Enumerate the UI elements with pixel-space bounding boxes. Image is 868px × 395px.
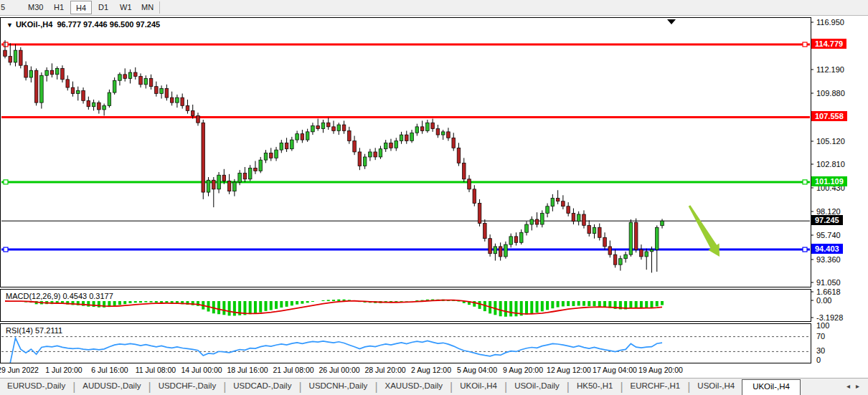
candle-bear — [420, 127, 424, 131]
chart-tab-eurchf-h1[interactable]: EURCHF-,H1 — [623, 379, 688, 390]
symbol-name: UKOil-,H4 — [16, 20, 52, 29]
timeframe-button-mn[interactable]: MN — [136, 1, 159, 14]
price-tick — [811, 282, 813, 283]
chart-tab-ukoil-h4-active[interactable]: UKOil-,H4 — [742, 379, 801, 395]
candle-bear — [316, 125, 320, 128]
candle-bear — [98, 103, 101, 110]
candle-bear — [457, 148, 461, 163]
tab-scroll-left-icon[interactable]: ◂ — [846, 382, 856, 390]
time-axis-label[interactable]: 18 Jul 16:00 — [227, 366, 268, 374]
macd-tick — [811, 300, 813, 301]
time-axis-label[interactable]: 11 Jul 08:00 — [136, 366, 176, 374]
candle-bull — [494, 247, 497, 254]
timeframe-button-h4[interactable]: H4 — [70, 1, 92, 14]
candle-bull — [629, 222, 633, 254]
macd-panel[interactable] — [0, 289, 811, 322]
candle-bear — [227, 181, 231, 191]
time-axis-label[interactable]: 6 Jul 16:00 — [91, 366, 128, 374]
level-handle[interactable] — [803, 180, 807, 184]
candle-bull — [311, 125, 315, 131]
timeframe-button-w1[interactable]: W1 — [115, 1, 137, 14]
price-tick — [811, 235, 813, 236]
time-axis-label[interactable]: 29 Jun 2022 — [0, 366, 39, 374]
candle-bull — [415, 127, 419, 133]
candle-bear — [181, 97, 184, 105]
macd-tick-label: 1.6618 — [816, 287, 841, 296]
time-axis[interactable]: 29 Jun 20221 Jul 20:006 Jul 16:0011 Jul … — [0, 363, 811, 378]
candle-bull — [530, 219, 534, 224]
price-tick-label: 98.120 — [816, 207, 841, 216]
candle-bear — [489, 239, 492, 254]
time-axis-label[interactable]: 26 Jul 00:00 — [319, 366, 359, 374]
time-axis-label[interactable]: 1 Jul 20:00 — [45, 366, 82, 374]
time-axis-label[interactable]: 5 Aug 04:00 — [457, 366, 497, 374]
level-handle[interactable] — [4, 247, 8, 252]
price-tick-label: 95.740 — [816, 231, 841, 239]
rsi-value: 57.2111 — [35, 326, 62, 335]
time-axis-label[interactable]: 12 Aug 12:00 — [547, 366, 591, 374]
price-axis[interactable]: 116.950112.190109.880105.120102.810100.4… — [813, 17, 868, 363]
chart-tab-ukoil-h4[interactable]: UKOil-,H4 — [453, 379, 504, 390]
chart-tab-xauusd-daily[interactable]: XAUUSD-,Daily — [378, 379, 450, 390]
price-tick — [811, 92, 813, 93]
candle-bear — [170, 97, 174, 103]
time-axis-label[interactable]: 19 Aug 20:00 — [638, 366, 683, 374]
price-tick — [811, 70, 813, 70]
candle-bull — [275, 150, 278, 158]
candle-bull — [217, 175, 221, 189]
chart-tab-audusd-daily[interactable]: AUDUSD-,Daily — [75, 379, 148, 390]
timeframe-button-m30[interactable]: M30 — [23, 1, 48, 14]
price-tick — [811, 188, 813, 189]
candle-bear — [468, 179, 471, 189]
price-tick-label: 93.360 — [816, 255, 841, 264]
level-handle[interactable] — [803, 42, 807, 47]
tab-scroll-right-icon[interactable]: ▸ — [856, 382, 865, 390]
candle-bear — [473, 189, 476, 204]
candle-bear — [202, 123, 205, 192]
price-tick-label: 109.880 — [816, 89, 845, 97]
level-price-label: 101.109 — [811, 176, 847, 186]
chart-tab-usoil-h4[interactable]: USOil-,H4 — [690, 379, 742, 390]
level-handle[interactable] — [803, 247, 807, 252]
candle-bear — [613, 254, 617, 265]
candle-bull — [661, 221, 664, 226]
time-axis-label[interactable]: 28 Jul 20:00 — [364, 366, 405, 374]
price-chart-panel[interactable] — [0, 17, 811, 287]
rsi-tick-label: 100 — [816, 321, 829, 330]
macd-tick — [811, 318, 813, 318]
candle-bull — [504, 244, 508, 257]
candle-bull — [108, 92, 111, 105]
chart-tab-hk50-h1[interactable]: HK50-,H1 — [570, 379, 621, 390]
chart-tab-usdcnh-daily[interactable]: USDCNH-,Daily — [302, 379, 375, 390]
timeframe-button-5[interactable]: 5 — [0, 1, 10, 14]
time-axis-label[interactable]: 9 Aug 20:00 — [503, 366, 543, 374]
time-axis-label[interactable]: 17 Aug 04:00 — [593, 366, 637, 374]
level-handle[interactable] — [4, 42, 8, 47]
candle-bear — [301, 134, 304, 140]
timeframe-button-d1[interactable]: D1 — [93, 1, 113, 14]
candle-bear — [436, 129, 440, 135]
symbol-dropdown-icon[interactable]: ▼ — [6, 22, 13, 29]
ohlc-quote: 96.777 97.446 96.500 97.245 — [57, 20, 160, 29]
candle-bear — [390, 143, 393, 148]
chart-tab-eurusd-daily[interactable]: EURUSD-,Daily — [0, 379, 72, 390]
timeframe-toolbar: 5M30H1H4D1W1MN — [0, 0, 868, 16]
candle-bull — [369, 152, 372, 157]
candle-bull — [248, 168, 252, 179]
time-axis-label[interactable]: 2 Aug 12:00 — [411, 366, 451, 374]
chart-tab-usdchf-daily[interactable]: USDCHF-,Daily — [151, 379, 224, 390]
candle-bear — [514, 237, 518, 242]
level-handle[interactable] — [4, 180, 8, 184]
time-axis-label[interactable]: 14 Jul 00:00 — [181, 366, 222, 374]
rsi-panel[interactable] — [0, 323, 811, 363]
chart-tab-usdcad-daily[interactable]: USDCAD-,Daily — [226, 379, 298, 390]
time-axis-label[interactable]: 21 Jul 08:00 — [273, 366, 313, 374]
candle-bear — [462, 163, 466, 179]
candle-bull — [306, 132, 309, 140]
candle-bear — [405, 135, 408, 141]
tab-scroll-arrows: ◂▸ — [846, 382, 865, 390]
candle-bear — [61, 68, 65, 79]
chart-tab-usoil-daily[interactable]: USOil-,Daily — [507, 379, 567, 390]
macd-tick-label: 0.00 — [816, 296, 831, 305]
timeframe-button-h1[interactable]: H1 — [49, 1, 69, 14]
